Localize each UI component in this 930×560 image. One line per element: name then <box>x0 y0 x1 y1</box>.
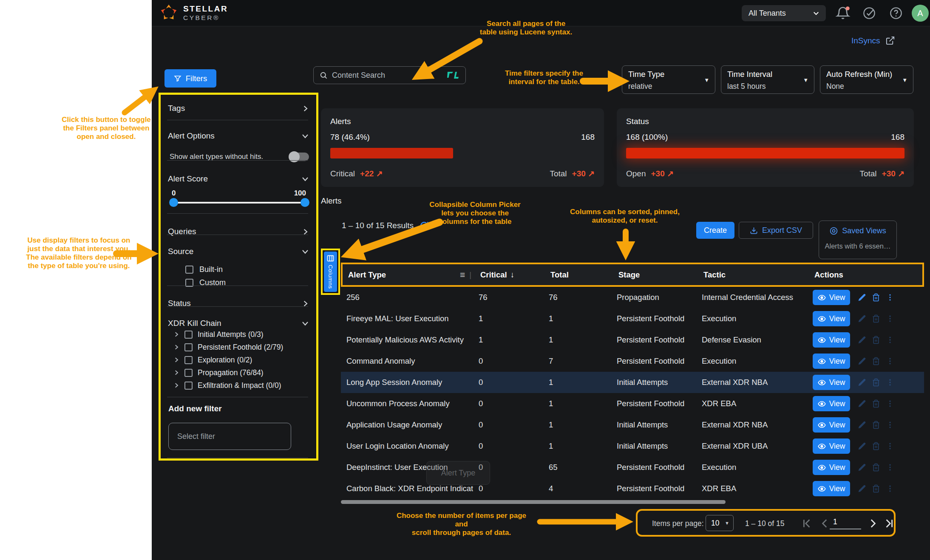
columns-picker-button[interactable]: Columns <box>324 252 337 292</box>
help-icon[interactable] <box>889 6 903 20</box>
edit-pencil-icon[interactable] <box>858 421 866 429</box>
notifications-bell-icon[interactable] <box>835 6 851 21</box>
previous-page-icon[interactable] <box>819 518 831 529</box>
source-option-custom[interactable]: Custom <box>185 276 226 289</box>
search-input[interactable] <box>332 71 442 80</box>
more-options-kebab-icon[interactable] <box>886 378 894 387</box>
edit-pencil-icon[interactable] <box>858 314 866 323</box>
view-button[interactable]: View <box>813 375 850 390</box>
edit-pencil-icon[interactable] <box>858 463 866 472</box>
filter-section-alert-options[interactable]: Alert Options <box>168 127 309 145</box>
time-control-dropdown[interactable]: Time Interval last 5 hours ▼ <box>721 65 814 94</box>
checkbox[interactable] <box>184 369 193 377</box>
create-button[interactable]: Create <box>696 222 734 239</box>
checkbox[interactable] <box>184 356 193 364</box>
alert-score-slider[interactable] <box>173 202 305 204</box>
filter-section-tags[interactable]: Tags <box>168 99 309 118</box>
column-menu-icon[interactable]: ≡ <box>460 270 465 280</box>
delete-trash-icon[interactable] <box>872 463 880 472</box>
expand-chevron-icon[interactable] <box>173 370 179 376</box>
expand-chevron-icon[interactable] <box>173 344 179 350</box>
items-per-page-select[interactable]: 10 ▼ <box>706 515 734 531</box>
more-options-kebab-icon[interactable] <box>886 314 894 323</box>
edit-pencil-icon[interactable] <box>858 378 866 387</box>
edit-pencil-icon[interactable] <box>858 293 866 302</box>
delete-trash-icon[interactable] <box>872 442 880 450</box>
filter-section-queries[interactable]: Queries <box>168 222 309 241</box>
table-row[interactable]: 256 76 76 Propagation Internal Credentia… <box>341 287 924 308</box>
more-options-kebab-icon[interactable] <box>886 293 894 302</box>
checkbox[interactable] <box>185 266 193 274</box>
view-button[interactable]: View <box>813 311 850 326</box>
more-options-kebab-icon[interactable] <box>886 484 894 493</box>
show-alert-types-toggle[interactable] <box>289 153 309 161</box>
export-csv-button[interactable]: Export CSV <box>739 222 813 239</box>
delete-trash-icon[interactable] <box>872 293 880 302</box>
column-header-alert-type[interactable]: Alert Type ≡ | <box>343 270 475 280</box>
view-button[interactable]: View <box>813 460 850 475</box>
checkbox[interactable] <box>184 331 193 339</box>
time-control-dropdown[interactable]: Time Type relative ▼ <box>622 65 715 94</box>
more-options-kebab-icon[interactable] <box>886 336 894 344</box>
filters-toggle-button[interactable]: Filters <box>164 69 216 88</box>
horizontal-scrollbar[interactable] <box>341 500 726 504</box>
expand-chevron-icon[interactable] <box>173 357 179 363</box>
column-header-total[interactable]: Total <box>545 270 613 280</box>
column-header-stage[interactable]: Stage <box>613 270 698 280</box>
slider-handle-min[interactable] <box>169 198 178 207</box>
kill-chain-item[interactable]: Initial Attempts (0/3) <box>161 328 314 341</box>
time-control-dropdown[interactable]: Auto Refresh (Min) None ▼ <box>820 65 913 94</box>
edit-pencil-icon[interactable] <box>858 357 866 365</box>
table-row[interactable]: Application Usage Anomaly 0 1 Initial At… <box>341 414 924 436</box>
checkbox[interactable] <box>184 343 193 351</box>
kill-chain-item[interactable]: Exfiltration & Impact (0/0) <box>161 379 314 392</box>
first-page-icon[interactable] <box>802 518 813 529</box>
more-options-kebab-icon[interactable] <box>886 463 894 472</box>
slider-handle-max[interactable] <box>301 198 309 207</box>
filter-section-source[interactable]: Source <box>168 242 309 261</box>
source-option-built-in[interactable]: Built-in <box>185 263 223 276</box>
kill-chain-item[interactable]: Exploration (0/2) <box>161 354 314 366</box>
delete-trash-icon[interactable] <box>872 336 880 344</box>
expand-chevron-icon[interactable] <box>173 382 179 388</box>
kill-chain-item[interactable]: Persistent Foothold (2/79) <box>161 341 314 354</box>
view-button[interactable]: View <box>813 481 850 496</box>
lucene-icon[interactable] <box>447 71 459 80</box>
table-row[interactable]: Potentially Malicious AWS Activity 1 1 P… <box>341 329 924 351</box>
column-header-tactic[interactable]: Tactic <box>698 270 809 280</box>
table-row[interactable]: Long App Session Anomaly 0 1 Initial Att… <box>341 372 924 393</box>
more-options-kebab-icon[interactable] <box>886 421 894 429</box>
expand-chevron-icon[interactable] <box>173 331 179 337</box>
page-number-input[interactable] <box>830 515 861 529</box>
delete-trash-icon[interactable] <box>872 421 880 429</box>
delete-trash-icon[interactable] <box>872 399 880 408</box>
edit-pencil-icon[interactable] <box>858 484 866 493</box>
kill-chain-item[interactable]: Propagation (76/84) <box>161 366 314 379</box>
column-header-critical[interactable]: Critical ↓ <box>475 270 545 280</box>
view-button[interactable]: View <box>813 396 850 411</box>
table-row[interactable]: Command Anomaly 0 7 Persistent Foothold … <box>341 351 924 372</box>
delete-trash-icon[interactable] <box>872 378 880 387</box>
more-options-kebab-icon[interactable] <box>886 357 894 365</box>
delete-trash-icon[interactable] <box>872 314 880 323</box>
table-row[interactable]: User Login Location Anomaly 0 1 Initial … <box>341 436 924 457</box>
avatar[interactable]: A <box>912 5 929 22</box>
checkbox[interactable] <box>184 382 193 390</box>
view-button[interactable]: View <box>813 354 850 369</box>
insyncs-link[interactable]: InSyncs <box>851 36 895 45</box>
view-button[interactable]: View <box>813 417 850 433</box>
tenant-selector[interactable]: All Tenants <box>742 5 826 21</box>
filter-section-alert-score[interactable]: Alert Score <box>168 170 309 188</box>
edit-pencil-icon[interactable] <box>858 399 866 408</box>
view-button[interactable]: View <box>813 438 850 454</box>
more-options-kebab-icon[interactable] <box>886 399 894 408</box>
filter-section-status[interactable]: Status <box>168 294 309 313</box>
select-filter-input[interactable] <box>168 423 291 450</box>
view-button[interactable]: View <box>813 290 850 305</box>
view-button[interactable]: View <box>813 332 850 348</box>
last-page-icon[interactable] <box>883 518 894 529</box>
edit-pencil-icon[interactable] <box>858 442 866 450</box>
edit-pencil-icon[interactable] <box>858 336 866 344</box>
sort-desc-icon[interactable]: ↓ <box>510 270 515 280</box>
delete-trash-icon[interactable] <box>872 357 880 365</box>
